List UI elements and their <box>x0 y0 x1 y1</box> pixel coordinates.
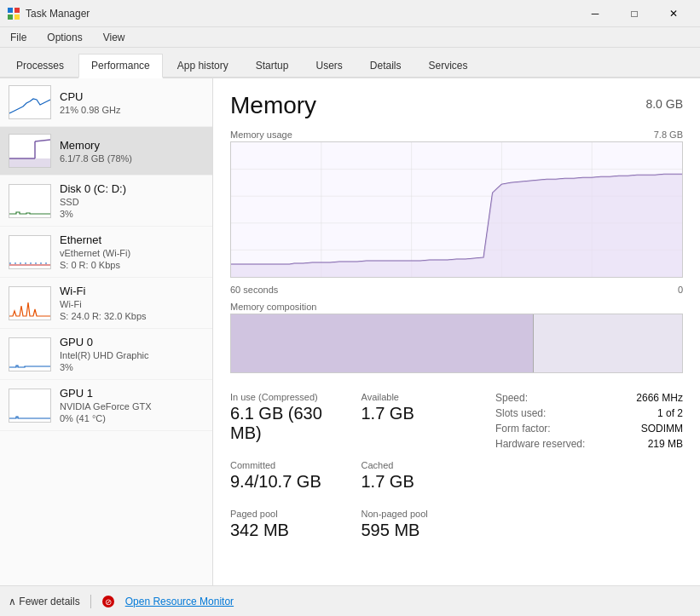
wifi-title: Wi-Fi <box>60 285 204 297</box>
open-resource-monitor-link[interactable]: Open Resource Monitor <box>125 596 234 607</box>
main-layout: CPU 21% 0.98 GHz Memory 6.1/7.8 GB (78%) <box>0 78 700 585</box>
disk-sub2: 3% <box>60 209 204 219</box>
content-header: Memory 8.0 GB <box>230 92 683 119</box>
svg-text:⊘: ⊘ <box>105 597 112 607</box>
ethernet-sub1: vEthernet (Wi-Fi) <box>60 248 204 258</box>
menu-file[interactable]: File <box>7 30 30 45</box>
memory-usage-chart <box>230 141 683 278</box>
content-title: Memory <box>230 92 316 119</box>
hw-value: 219 MB <box>648 438 683 450</box>
tab-services[interactable]: Services <box>416 54 481 77</box>
available-label: Available <box>362 392 479 402</box>
time-label-row: 60 seconds 0 <box>230 285 683 295</box>
tab-users[interactable]: Users <box>303 54 355 77</box>
total-memory: 8.0 GB <box>645 97 683 111</box>
menu-options[interactable]: Options <box>43 30 85 45</box>
spec-form: Form factor: SODIMM <box>495 423 683 435</box>
chart-label-right: 7.8 GB <box>654 130 683 140</box>
minimize-button[interactable]: ─ <box>576 0 615 27</box>
tab-startup[interactable]: Startup <box>243 54 302 77</box>
gpu0-info: GPU 0 Intel(R) UHD Graphic 3% <box>60 336 204 372</box>
close-button[interactable]: ✕ <box>654 0 693 27</box>
paged-value: 342 MB <box>230 521 348 540</box>
titlebar-controls: ─ □ ✕ <box>576 0 693 27</box>
stat-paged: Paged pool 342 MB <box>230 504 348 545</box>
content-panel: Memory 8.0 GB Memory usage 7.8 GB <box>213 78 700 585</box>
inuse-label: In use (Compressed) <box>230 392 348 402</box>
disk-sub1: SSD <box>60 197 204 207</box>
gpu1-sub2: 0% (41 °C) <box>60 413 204 423</box>
committed-label: Committed <box>230 460 348 470</box>
inuse-value: 6.1 GB (630 MB) <box>230 404 348 443</box>
memory-available-portion <box>534 314 682 372</box>
titlebar-left: Task Manager <box>7 7 90 20</box>
cpu-title: CPU <box>60 90 204 103</box>
memory-info: Memory 6.1/7.8 GB (78%) <box>60 139 204 164</box>
menubar: File Options View <box>0 27 700 48</box>
svg-rect-15 <box>9 338 50 371</box>
specs-panel: Speed: 2666 MHz Slots used: 1 of 2 Form … <box>495 387 683 545</box>
sidebar-item-disk[interactable]: Disk 0 (C: D:) SSD 3% <box>0 176 212 227</box>
svg-rect-0 <box>8 8 13 13</box>
stat-committed: Committed 9.4/10.7 GB <box>230 455 348 497</box>
maximize-button[interactable]: □ <box>615 0 654 27</box>
svg-rect-6 <box>9 158 50 167</box>
slots-value: 1 of 2 <box>657 407 683 419</box>
time-label-right: 0 <box>678 285 683 295</box>
memory-title: Memory <box>60 139 204 152</box>
gpu1-thumbnail <box>9 389 51 423</box>
tab-performance[interactable]: Performance <box>78 54 163 78</box>
wifi-sub1: Wi-Fi <box>60 299 204 309</box>
gpu1-title: GPU 1 <box>60 387 204 400</box>
committed-value: 9.4/10.7 GB <box>230 472 348 492</box>
disk-title: Disk 0 (C: D:) <box>60 182 204 195</box>
bottombar: ∧ Fewer details ⊘ Open Resource Monitor <box>0 585 700 616</box>
chart-label-row: Memory usage 7.8 GB <box>230 130 683 140</box>
cpu-sub: 21% 0.98 GHz <box>60 105 204 115</box>
resource-monitor-icon: ⊘ <box>101 595 115 608</box>
gpu0-thumbnail <box>9 337 51 371</box>
cpu-info: CPU 21% 0.98 GHz <box>60 90 204 115</box>
wifi-sub2: S: 24.0 R: 32.0 Kbps <box>60 311 204 321</box>
svg-rect-1 <box>14 8 20 13</box>
tab-apphistory[interactable]: App history <box>165 54 241 77</box>
stats-grid: In use (Compressed) 6.1 GB (630 MB) Avai… <box>230 387 478 545</box>
composition-label-row: Memory composition <box>230 302 683 312</box>
ethernet-info: Ethernet vEthernet (Wi-Fi) S: 0 R: 0 Kbp… <box>60 233 204 270</box>
memory-composition-bar <box>230 314 683 373</box>
spec-speed: Speed: 2666 MHz <box>495 392 683 404</box>
svg-rect-10 <box>9 185 50 217</box>
memory-used-portion <box>231 314 533 372</box>
available-value: 1.7 GB <box>362 404 479 423</box>
disk-info: Disk 0 (C: D:) SSD 3% <box>60 182 204 219</box>
stat-inuse: In use (Compressed) 6.1 GB (630 MB) <box>230 387 348 448</box>
memory-thumbnail <box>9 134 51 168</box>
sidebar-item-cpu[interactable]: CPU 21% 0.98 GHz <box>0 78 212 127</box>
hw-label: Hardware reserved: <box>495 438 585 450</box>
bottombar-separator <box>90 595 91 608</box>
sidebar-item-gpu0[interactable]: GPU 0 Intel(R) UHD Graphic 3% <box>0 329 212 380</box>
menu-view[interactable]: View <box>100 30 129 45</box>
form-label: Form factor: <box>495 423 551 435</box>
speed-value: 2666 MHz <box>636 392 683 404</box>
sidebar-item-gpu1[interactable]: GPU 1 NVIDIA GeForce GTX 0% (41 °C) <box>0 380 212 431</box>
stat-available: Available 1.7 GB <box>362 387 479 448</box>
cached-label: Cached <box>362 460 479 470</box>
tab-processes[interactable]: Processes <box>3 54 77 77</box>
sidebar-item-wifi[interactable]: Wi-Fi Wi-Fi S: 24.0 R: 32.0 Kbps <box>0 278 212 329</box>
form-value: SODIMM <box>641 423 683 435</box>
fewer-details-button[interactable]: ∧ Fewer details <box>9 596 80 607</box>
wifi-info: Wi-Fi Wi-Fi S: 24.0 R: 32.0 Kbps <box>60 285 204 321</box>
chart-label-left: Memory usage <box>230 130 292 140</box>
spec-slots: Slots used: 1 of 2 <box>495 407 683 419</box>
svg-rect-3 <box>14 14 20 20</box>
tab-details[interactable]: Details <box>357 54 414 77</box>
gpu1-sub1: NVIDIA GeForce GTX <box>60 401 204 412</box>
sidebar-item-ethernet[interactable]: Ethernet vEthernet (Wi-Fi) S: 0 R: 0 Kbp… <box>0 227 212 278</box>
gpu0-title: GPU 0 <box>60 336 204 348</box>
sidebar-item-memory[interactable]: Memory 6.1/7.8 GB (78%) <box>0 127 212 176</box>
gpu1-info: GPU 1 NVIDIA GeForce GTX 0% (41 °C) <box>60 387 204 423</box>
gpu0-sub2: 3% <box>60 362 204 372</box>
memory-sub: 6.1/7.8 GB (78%) <box>60 153 204 164</box>
nonpaged-label: Non-paged pool <box>362 509 479 519</box>
